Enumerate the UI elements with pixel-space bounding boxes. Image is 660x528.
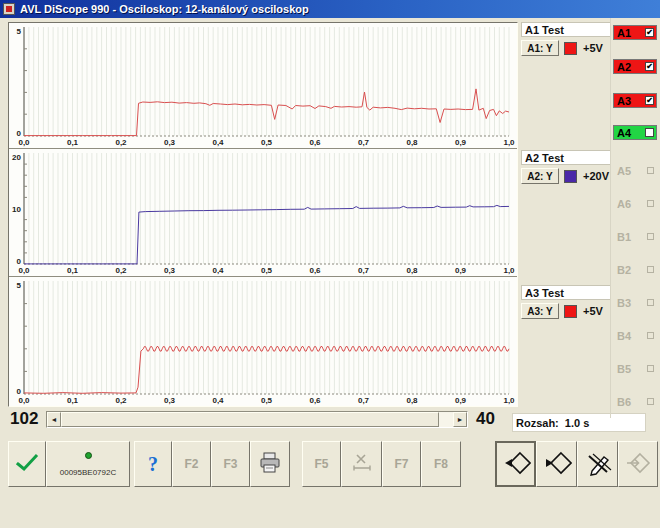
scroll-right-arrow[interactable]: ► [453,412,467,427]
channel-item-b4: B4 [613,328,659,344]
channel-label: B6 [617,396,631,408]
channel-checkbox [647,200,654,207]
svg-text:0,1: 0,1 [67,396,79,405]
svg-text:0,1: 0,1 [67,266,79,275]
channel-checkbox[interactable]: ✔ [645,96,654,105]
channel-item-b2: B2 [613,262,659,278]
svg-text:0,4: 0,4 [212,396,224,405]
svg-text:1,0: 1,0 [503,396,515,405]
svg-text:0,7: 0,7 [358,396,370,405]
svg-text:0: 0 [17,257,22,266]
svg-text:20: 20 [12,153,21,162]
svg-text:5: 5 [17,281,22,290]
a3-color-swatch [564,305,577,318]
a2-y-button[interactable]: A2: Y [521,168,559,184]
channel-item-a4[interactable]: A4 [613,125,659,141]
f5-button: F5 [302,441,341,487]
channel-item-a1[interactable]: A1✔ [613,25,659,41]
window-title: AVL DiScope 990 - Osciloskop: 12-kanálov… [20,3,309,15]
question-mark-icon: ? [148,453,158,476]
channel-label: A1 [617,27,631,39]
svg-text:0,4: 0,4 [212,138,224,147]
chart-a3: 500,00,10,20,30,40,50,60,70,80,91,0 [9,276,517,406]
channel-item-a6: A6 [613,196,659,212]
svg-text:0,8: 0,8 [406,266,418,275]
channel-label: B2 [617,264,631,276]
channel-column: A1✔A2✔A3✔A4A5A6B1B2B3B4B5B6 [610,18,660,418]
svg-text:0,3: 0,3 [164,266,176,275]
diamond-prev-icon [501,450,531,479]
channel-checkbox [647,332,654,339]
channel-checkbox [647,365,654,372]
f7-button: F7 [382,441,421,487]
signal-title: A3 Test [521,285,611,300]
svg-text:0,9: 0,9 [455,266,467,275]
channel-item-a3[interactable]: A3✔ [613,93,659,109]
svg-text:0,0: 0,0 [18,138,30,147]
f8-button: F8 [421,441,461,487]
svg-text:0,6: 0,6 [309,396,321,405]
cursor-prev-button[interactable] [495,441,536,487]
horizontal-scrollbar[interactable]: ◄ ► [46,411,468,428]
svg-text:0,4: 0,4 [212,266,224,275]
svg-text:0,2: 0,2 [115,266,127,275]
channel-checkbox[interactable] [645,128,654,137]
svg-text:0: 0 [17,387,22,396]
printer-icon [258,452,282,477]
svg-text:0,5: 0,5 [261,266,273,275]
range-label: Rozsah: [516,417,559,429]
a2-range-value: +20V [583,170,609,182]
channel-item-b1: B1 [613,229,659,245]
a1-range-value: +5V [583,42,603,54]
no-edit-icon [584,450,612,479]
svg-text:0,6: 0,6 [309,138,321,147]
cursor-measure-icon [351,453,373,476]
svg-text:1,0: 1,0 [503,138,515,147]
signal-panel-a2: A2 Test A2: Y +20V [521,150,611,184]
a3-range-value: +5V [583,305,603,317]
help-button[interactable]: ? [134,441,172,487]
channel-item-b5: B5 [613,361,659,377]
svg-text:0,3: 0,3 [164,396,176,405]
channel-label: A4 [617,127,631,139]
confirm-button[interactable] [8,441,46,487]
svg-text:0,0: 0,0 [18,396,30,405]
channel-label: A2 [617,61,631,73]
svg-text:0,0: 0,0 [18,266,30,275]
channel-label: A5 [617,165,631,177]
f3-button: F3 [211,441,250,487]
svg-text:1,0: 1,0 [503,266,515,275]
channel-checkbox[interactable]: ✔ [645,62,654,71]
channel-item-a2[interactable]: A2✔ [613,59,659,75]
a3-y-button[interactable]: A3: Y [521,303,559,319]
channel-checkbox [647,233,654,240]
svg-text:0,2: 0,2 [115,396,127,405]
print-button[interactable] [250,441,290,487]
channel-checkbox[interactable]: ✔ [645,28,654,37]
svg-text:5: 5 [17,27,22,36]
a1-color-swatch [564,42,577,55]
svg-text:0,8: 0,8 [406,138,418,147]
svg-text:0,9: 0,9 [455,396,467,405]
channel-label: A6 [617,198,631,210]
signal-title: A2 Test [521,150,611,165]
svg-text:10: 10 [12,205,21,214]
svg-text:0,5: 0,5 [261,138,273,147]
device-id-label: 00095BE0792C [60,468,117,477]
signal-panel-a1: A1 Test A1: Y +5V [521,22,611,56]
scroll-left-arrow[interactable]: ◄ [47,412,61,427]
oscilloscope-plot-panel: 500,00,10,20,30,40,50,60,70,80,91,0 2010… [8,22,518,407]
no-edit-button[interactable] [577,441,618,487]
signal-panel-a3: A3 Test A3: Y +5V [521,285,611,319]
green-check-icon [15,453,39,476]
svg-text:0,1: 0,1 [67,138,79,147]
scrollbar-thumb[interactable] [61,412,439,427]
cursor-next-button[interactable] [536,441,577,487]
a1-y-button[interactable]: A1: Y [521,40,559,56]
channel-checkbox [647,167,654,174]
device-status-button[interactable]: 00095BE0792C [46,441,130,487]
a2-color-swatch [564,170,577,183]
svg-text:0,8: 0,8 [406,396,418,405]
enter-diamond-icon [624,450,652,479]
channel-checkbox [647,299,654,306]
